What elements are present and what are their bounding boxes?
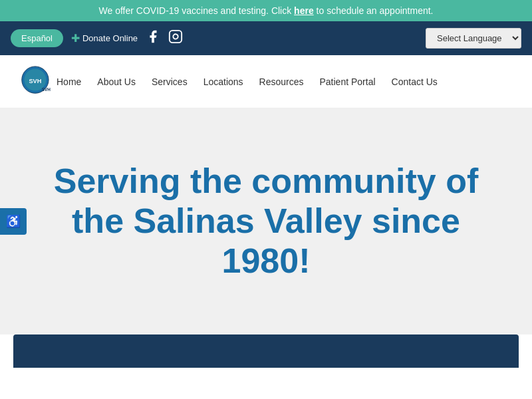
- nav-item-contact[interactable]: Contact Us: [392, 76, 438, 88]
- announcement-link[interactable]: here: [294, 5, 314, 16]
- nav-link-services[interactable]: Services: [152, 76, 188, 87]
- nav-link-patient-portal[interactable]: Patient Portal: [320, 76, 376, 87]
- nav-link-resources[interactable]: Resources: [259, 76, 304, 87]
- secondary-bar: Español ✚ Donate Online Select Language …: [0, 21, 532, 55]
- announcement-bar: We offer COVID-19 vaccines and testing. …: [0, 0, 532, 21]
- accessibility-icon: ♿: [6, 214, 21, 229]
- logo[interactable]: SVH SVH: [20, 62, 57, 101]
- nav-item-patient-portal[interactable]: Patient Portal: [320, 76, 376, 88]
- instagram-icon[interactable]: [168, 29, 183, 47]
- facebook-icon[interactable]: [146, 29, 160, 47]
- announcement-text-after: to schedule an appointment.: [314, 5, 434, 16]
- announcement-text-before: We offer COVID-19 vaccines and testing. …: [99, 5, 295, 16]
- espanol-button[interactable]: Español: [11, 29, 63, 47]
- nav-item-resources[interactable]: Resources: [259, 76, 304, 88]
- svg-text:SVH: SVH: [42, 87, 51, 92]
- svg-rect-0: [170, 31, 182, 43]
- donate-online-button[interactable]: ✚ Donate Online: [71, 32, 138, 45]
- donate-icon: ✚: [71, 32, 80, 45]
- nav-item-locations[interactable]: Locations: [203, 76, 243, 88]
- nav-link-about[interactable]: About Us: [97, 76, 136, 87]
- language-select[interactable]: Select Language Español: [426, 28, 521, 49]
- nav-link-home[interactable]: Home: [57, 76, 81, 87]
- blue-card-section: [13, 334, 519, 368]
- nav-item-home[interactable]: Home: [57, 76, 81, 88]
- language-select-wrapper: Select Language Español: [426, 28, 521, 49]
- nav-item-services[interactable]: Services: [152, 76, 188, 88]
- svg-text:SVH: SVH: [29, 78, 42, 84]
- accessibility-button[interactable]: ♿: [0, 208, 27, 235]
- main-nav: SVH SVH Home About Us Services Locations…: [0, 55, 532, 108]
- nav-item-about[interactable]: About Us: [97, 76, 136, 88]
- hero-title: Serving the community of the Salinas Val…: [53, 162, 479, 281]
- nav-link-contact[interactable]: Contact Us: [392, 76, 438, 87]
- hero-section: ♿ Serving the community of the Salinas V…: [0, 108, 532, 334]
- donate-label: Donate Online: [82, 33, 138, 43]
- nav-link-locations[interactable]: Locations: [203, 76, 243, 87]
- nav-links: Home About Us Services Locations Resourc…: [57, 76, 438, 88]
